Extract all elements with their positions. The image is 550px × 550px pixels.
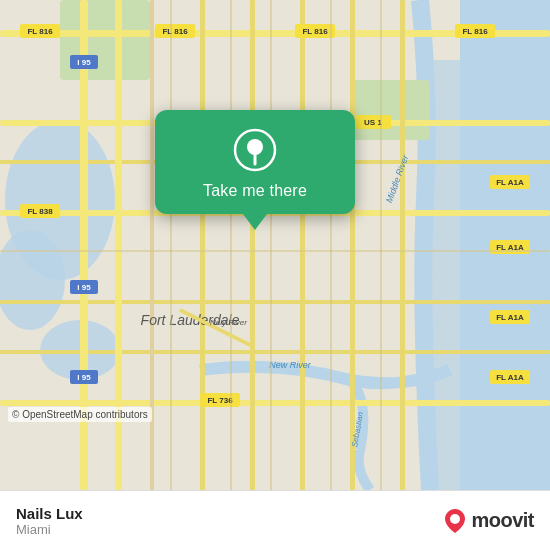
popup-card: Take me there (155, 110, 355, 214)
svg-text:I 95: I 95 (77, 373, 91, 382)
app-name: Nails Lux (16, 505, 83, 522)
map-attribution: © OpenStreetMap contributors (8, 407, 152, 422)
svg-rect-19 (300, 0, 305, 490)
svg-text:Nely River: Nely River (210, 318, 247, 327)
bottom-bar: Nails Lux Miami moovit (0, 490, 550, 550)
app-location: Miami (16, 522, 83, 537)
svg-rect-57 (230, 0, 232, 490)
svg-point-64 (450, 514, 460, 524)
svg-rect-20 (350, 0, 355, 490)
map-pin-icon (233, 128, 277, 172)
moovit-pin-icon (443, 507, 467, 535)
svg-text:FL A1A: FL A1A (496, 373, 524, 382)
svg-rect-56 (170, 0, 172, 490)
svg-rect-55 (0, 250, 550, 252)
svg-text:I 95: I 95 (77, 283, 91, 292)
svg-rect-18 (200, 0, 205, 490)
app-info: Nails Lux Miami (16, 505, 83, 537)
svg-rect-21 (400, 0, 405, 490)
svg-text:FL A1A: FL A1A (496, 178, 524, 187)
svg-text:FL 816: FL 816 (462, 27, 488, 36)
svg-text:FL 816: FL 816 (162, 27, 188, 36)
svg-text:New River: New River (269, 360, 312, 370)
svg-text:FL 816: FL 816 (302, 27, 328, 36)
svg-text:FL 736: FL 736 (207, 396, 233, 405)
moovit-logo-text: moovit (471, 509, 534, 532)
svg-rect-17 (250, 0, 255, 490)
svg-text:FL 816: FL 816 (27, 27, 53, 36)
svg-rect-59 (330, 0, 332, 490)
svg-rect-58 (270, 0, 272, 490)
map-container: FL 816 FL 816 FL 816 FL 816 I 95 I 95 I … (0, 0, 550, 490)
svg-text:FL 838: FL 838 (27, 207, 53, 216)
svg-rect-6 (350, 80, 430, 140)
svg-text:I 95: I 95 (77, 58, 91, 67)
take-me-there-button[interactable]: Take me there (203, 182, 307, 200)
svg-text:US 1: US 1 (364, 118, 382, 127)
svg-rect-60 (380, 0, 382, 490)
svg-text:FL A1A: FL A1A (496, 313, 524, 322)
moovit-logo: moovit (443, 507, 534, 535)
